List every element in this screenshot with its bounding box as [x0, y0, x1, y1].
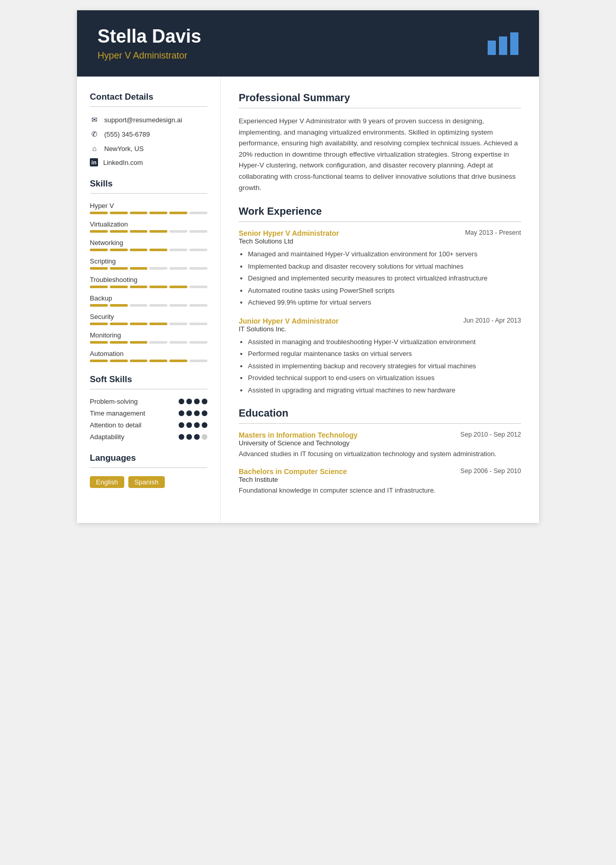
skill-seg-filled [90, 323, 108, 325]
dot-filled [194, 422, 200, 428]
edu-school: Tech Institute [239, 476, 521, 483]
languages-section: Languages EnglishSpanish [90, 453, 207, 488]
job-bullet: Implemented backup and disaster recovery… [248, 261, 521, 272]
languages-section-title: Languages [90, 453, 207, 463]
skill-seg-empty [169, 230, 187, 233]
skill-seg-filled [90, 249, 108, 251]
soft-skill-item: Time management [90, 409, 207, 417]
work-section-title: Work Experience [239, 205, 521, 217]
skill-seg-empty [189, 230, 207, 233]
edu-school: University of Science and Technology [239, 439, 521, 447]
header-left: Stella Davis Hyper V Administrator [98, 26, 201, 61]
soft-skill-item: Adaptability [90, 433, 207, 441]
skills-section-title: Skills [90, 179, 207, 189]
job-bullets: Assisted in managing and troubleshooting… [239, 337, 521, 396]
skill-seg-empty [169, 267, 187, 270]
skill-name: Backup [90, 294, 207, 302]
summary-text: Experienced Hyper V Administrator with 9… [239, 116, 521, 193]
skill-seg-filled [149, 230, 167, 233]
resume-body: Contact Details ✉ support@resumedesign.a… [77, 77, 539, 523]
job-company: IT Solutions Inc. [239, 325, 521, 333]
soft-skill-item: Problem-solving [90, 398, 207, 405]
job-bullet: Assisted in managing and troubleshooting… [248, 337, 521, 347]
dot-filled [186, 434, 192, 440]
skill-seg-empty [189, 286, 207, 288]
skill-bar [90, 249, 207, 251]
resume-container: Stella Davis Hyper V Administrator Conta… [77, 10, 539, 523]
skill-name: Networking [90, 239, 207, 247]
location-icon: ⌂ [90, 144, 99, 153]
job-bullet: Assisted in implementing backup and reco… [248, 361, 521, 371]
skill-seg-filled [90, 360, 108, 362]
skill-seg-empty [189, 249, 207, 251]
edu-item: Masters in Information TechnologySep 201… [239, 431, 521, 459]
skill-seg-filled [130, 323, 148, 325]
skill-seg-empty [149, 304, 167, 307]
job-bullet: Managed and maintained Hyper-V virtualiz… [248, 249, 521, 259]
skill-seg-filled [149, 323, 167, 325]
skill-seg-filled [130, 249, 148, 251]
main-content: Professional Summary Experienced Hyper V… [221, 77, 539, 523]
skill-name: Monitoring [90, 331, 207, 339]
skill-bar [90, 304, 207, 307]
soft-skill-name: Problem-solving [90, 398, 146, 405]
skill-seg-filled [130, 212, 148, 214]
soft-skill-dots [179, 422, 207, 428]
edu-description: Foundational knowledge in computer scien… [239, 485, 521, 496]
skill-seg-filled [130, 230, 148, 233]
skill-seg-empty [169, 304, 187, 307]
email-value: support@resumedesign.ai [104, 116, 182, 124]
skill-seg-filled [110, 323, 128, 325]
skill-name: Security [90, 313, 207, 321]
skill-seg-filled [110, 212, 128, 214]
skill-seg-empty [169, 249, 187, 251]
job-bullets: Managed and maintained Hyper-V virtualiz… [239, 249, 521, 308]
skill-seg-empty [169, 341, 187, 344]
skill-seg-empty [189, 323, 207, 325]
skill-bar [90, 341, 207, 344]
skill-bar [90, 267, 207, 270]
summary-divider [239, 108, 521, 108]
linkedin-value: LinkedIn.com [103, 159, 143, 166]
skill-seg-filled [90, 230, 108, 233]
skill-seg-empty [149, 341, 167, 344]
skill-item: Networking [90, 239, 207, 251]
skill-name: Troubleshooting [90, 276, 207, 284]
soft-skills-list: Problem-solvingTime managementAttention … [90, 398, 207, 441]
job-bullet: Performed regular maintenance tasks on v… [248, 349, 521, 359]
edu-degree: Masters in Information Technology [239, 431, 358, 439]
job-item: Senior Hyper V AdministratorMay 2013 - P… [239, 229, 521, 308]
skill-seg-filled [110, 267, 128, 270]
contact-list: ✉ support@resumedesign.ai ✆ (555) 345-67… [90, 115, 207, 166]
contact-section-title: Contact Details [90, 92, 207, 102]
skill-bar [90, 230, 207, 233]
skills-divider [90, 193, 207, 194]
skill-seg-filled [130, 267, 148, 270]
bar1 [488, 41, 496, 55]
phone-icon: ✆ [90, 129, 99, 139]
soft-skills-section: Soft Skills Problem-solvingTime manageme… [90, 374, 207, 441]
dot-filled [202, 410, 207, 416]
dot-filled [194, 410, 200, 416]
job-title: Junior Hyper V Administrator [239, 317, 339, 325]
skill-seg-filled [169, 360, 187, 362]
contact-phone: ✆ (555) 345-6789 [90, 129, 207, 139]
skill-name: Hyper V [90, 202, 207, 210]
soft-skill-name: Attention to detail [90, 421, 146, 429]
skill-seg-filled [90, 212, 108, 214]
soft-skill-item: Attention to detail [90, 421, 207, 429]
skill-seg-empty [189, 212, 207, 214]
education-divider [239, 423, 521, 424]
job-bullet: Designed and implemented security measur… [248, 273, 521, 284]
skill-seg-filled [110, 286, 128, 288]
contact-linkedin: in LinkedIn.com [90, 158, 207, 166]
skill-seg-empty [130, 304, 148, 307]
dot-filled [179, 434, 184, 440]
language-tag: Spanish [128, 476, 165, 488]
skill-seg-filled [149, 360, 167, 362]
skill-seg-filled [130, 360, 148, 362]
skill-seg-filled [90, 341, 108, 344]
edu-item: Bachelors in Computer ScienceSep 2006 - … [239, 467, 521, 496]
skill-seg-filled [110, 341, 128, 344]
phone-value: (555) 345-6789 [104, 130, 150, 138]
